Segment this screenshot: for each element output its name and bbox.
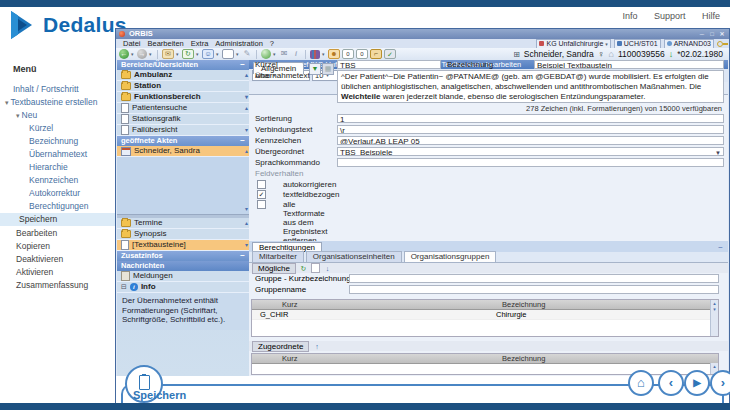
previous-button[interactable]: ‹ xyxy=(658,370,684,396)
tab-organisationseinheiten[interactable]: Organisationseinheiten xyxy=(306,251,402,262)
section-header-nachrichten[interactable]: Nachrichten xyxy=(117,261,249,271)
edit-icon[interactable]: ✎ xyxy=(242,49,252,59)
sidebar-item-speichern[interactable]: Speichern xyxy=(0,213,131,226)
back-icon[interactable]: ← xyxy=(119,49,129,59)
patient-search-icon[interactable]: ☺ xyxy=(202,49,214,59)
nav-item-station[interactable]: Station xyxy=(117,81,249,92)
nav-item-textbausteine[interactable]: [Textbausteine]▾ xyxy=(117,240,249,251)
close-icon[interactable]: ✕ xyxy=(718,30,726,38)
sidebar-item-zusammenfassung[interactable]: Zusammenfassung xyxy=(0,279,128,292)
sidebar-item-aktivieren[interactable]: Aktivieren xyxy=(0,266,128,279)
patient-dropdown-icon[interactable]: ▾ xyxy=(216,49,220,59)
menu-datei[interactable]: Datei xyxy=(123,39,141,48)
new-document-icon[interactable] xyxy=(222,49,234,59)
autokorrigieren-checkbox[interactable] xyxy=(257,180,266,189)
section-header-bereiche[interactable]: Bereiche/Übersichten− xyxy=(117,60,249,70)
section-header-zusatzinfos[interactable]: Zusatzinfos− xyxy=(117,251,249,261)
scroll-down-icon[interactable]: ▾ xyxy=(245,241,248,249)
sprachkommando-field[interactable] xyxy=(337,158,724,167)
mail-dropdown-icon[interactable]: ▾ xyxy=(176,49,180,59)
nav-item-meldungen[interactable]: Meldungen xyxy=(117,271,249,282)
info-link[interactable]: Info xyxy=(622,11,637,21)
scroll-up-icon[interactable]: ▴ xyxy=(245,219,248,227)
maximize-icon[interactable]: □ xyxy=(708,30,716,38)
sidebar-item-inhalt-fortschritt[interactable]: Inhalt / Fortschritt xyxy=(0,83,125,96)
copy-icon[interactable] xyxy=(311,263,320,273)
scroll-down-icon[interactable]: ▾ xyxy=(245,93,248,101)
forward-icon[interactable]: → xyxy=(137,49,147,59)
column-kurz[interactable]: Kurz xyxy=(282,300,297,309)
timer-dropdown-icon[interactable]: ▾ xyxy=(273,49,277,59)
workstation-field[interactable]: UCH/ST01 xyxy=(614,39,661,49)
counter-icon[interactable]: 0 xyxy=(342,49,354,59)
sortierung-field[interactable]: 1 xyxy=(337,114,724,123)
sidebar-item-bearbeiten[interactable]: Bearbeiten xyxy=(0,227,128,240)
kennzeichen-field[interactable]: @Verlauf.AB LEAP 05 xyxy=(337,136,724,145)
department-select[interactable]: KG Unfallchirurgie ▾ xyxy=(536,39,610,49)
nav-item-patientensuche[interactable]: Patientensuche▴ xyxy=(117,103,249,114)
hilfe-link[interactable]: Hilfe xyxy=(702,11,720,21)
sidebar-item-neu[interactable]: ▾Neu xyxy=(0,109,128,122)
collapse-icon[interactable]: − xyxy=(718,243,723,252)
nav-item-termine[interactable]: Termine▴ xyxy=(117,218,249,229)
bezeichnung-field[interactable]: Beispiel Textbaustein xyxy=(534,60,724,69)
kuerzel-field[interactable]: TBS xyxy=(337,60,441,69)
textformate-entfernen-checkbox[interactable] xyxy=(257,200,266,209)
refresh-icon[interactable]: ↻ xyxy=(299,264,308,273)
mail-icon[interactable]: ✉ xyxy=(162,49,174,59)
menu-extra[interactable]: Extra xyxy=(191,39,209,48)
scroll-down-icon[interactable]: ▾ xyxy=(245,205,248,213)
collapse-icon[interactable]: − xyxy=(240,136,245,146)
nav-item-falluebersicht[interactable]: Fallübersicht▾ xyxy=(117,125,249,136)
expand-patient-icon[interactable]: ⊞ xyxy=(513,50,520,59)
send-icon[interactable]: ✉ xyxy=(279,49,289,59)
section-header-geoeffnete-akten[interactable]: geöffnete Akten− xyxy=(117,136,249,146)
tab-organisationsgruppen[interactable]: Organisationsgruppen xyxy=(404,251,497,262)
play-button[interactable]: ▶ xyxy=(684,370,710,396)
save-icon[interactable]: ▼ xyxy=(309,63,321,75)
menu-bearbeiten[interactable]: Bearbeiten xyxy=(148,39,184,48)
history-dropdown-icon[interactable]: ▾ xyxy=(196,49,200,59)
gruppe-kurz-field[interactable] xyxy=(349,274,719,283)
nav-item-info[interactable]: ⊟iInfo xyxy=(117,282,249,293)
column-bezeichnung[interactable]: Bezeichnung xyxy=(502,354,545,363)
scroll-up-icon[interactable]: ▴ xyxy=(245,104,248,112)
move-down-icon[interactable]: ↓ xyxy=(323,264,332,273)
gruppenname-field[interactable] xyxy=(349,285,719,294)
scroll-down-icon[interactable]: ▾ xyxy=(245,126,248,134)
history-icon[interactable]: ↻ xyxy=(182,49,194,59)
nav-item-funktionsbereich[interactable]: Funktionsbereich▾ xyxy=(117,92,249,103)
minimize-icon[interactable]: ─ xyxy=(698,30,706,38)
menu-help[interactable]: ? xyxy=(270,39,274,48)
home-button[interactable]: ⌂ xyxy=(628,370,654,396)
open-record-schneider[interactable]: Schneider, Sandra▴ xyxy=(117,146,249,157)
table-scrollbar[interactable]: ▴▾ xyxy=(710,300,718,336)
collapse-icon[interactable]: − xyxy=(240,251,245,261)
image-icon[interactable]: ▦ xyxy=(322,63,334,75)
collapse-icon[interactable]: − xyxy=(240,60,245,70)
textfeldbezogen-checkbox[interactable] xyxy=(257,190,266,199)
collapse-box-icon[interactable]: ⊟ xyxy=(121,282,127,292)
move-up-icon[interactable]: ↑ xyxy=(312,342,321,351)
scroll-up-icon[interactable]: ▴ xyxy=(245,71,248,79)
catalog-dropdown-icon[interactable]: ▾ xyxy=(322,49,326,59)
uebernahmetext-field[interactable]: ^Der Patient^~Die Patientin~ @PATNAME@ (… xyxy=(337,70,724,103)
scroll-up-icon[interactable]: ▴ xyxy=(245,147,248,155)
printer-ok-icon[interactable]: ✓ xyxy=(384,49,396,59)
lock-icon[interactable]: ⌐ xyxy=(370,49,382,59)
tab-mitarbeiter[interactable]: Mitarbeiter xyxy=(252,251,304,262)
catalog-icon[interactable] xyxy=(310,50,320,59)
sidebar-item-textbausteine-erstellen[interactable]: ▾Textbausteine erstellen xyxy=(0,96,117,109)
team-icon[interactable]: ☻ xyxy=(328,49,340,59)
column-kurz[interactable]: Kurz xyxy=(282,354,297,363)
nav-item-synopsis[interactable]: Synopsis xyxy=(117,229,249,240)
column-bezeichnung[interactable]: Bezeichnung xyxy=(502,300,545,309)
key-icon[interactable] xyxy=(717,41,727,46)
document-dropdown-icon[interactable]: ▾ xyxy=(236,49,240,59)
support-link[interactable]: Support xyxy=(654,11,686,21)
menu-administration[interactable]: Administration xyxy=(215,39,263,48)
info-icon[interactable]: i xyxy=(291,49,301,59)
table-row[interactable]: G_CHIR Chirurgie xyxy=(252,310,718,320)
next-button[interactable]: › xyxy=(710,370,730,396)
back-dropdown-icon[interactable]: ▾ xyxy=(131,49,135,59)
